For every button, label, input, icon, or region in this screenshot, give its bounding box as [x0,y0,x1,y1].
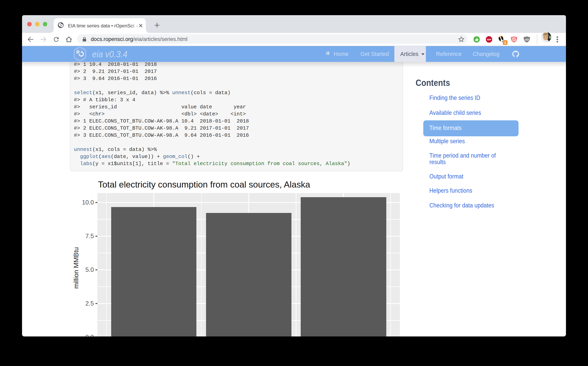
svg-text:R: R [76,50,80,55]
svg-text:uO: uO [525,38,529,41]
svg-text:3: 3 [504,41,506,45]
svg-text:ABP: ABP [487,38,491,41]
